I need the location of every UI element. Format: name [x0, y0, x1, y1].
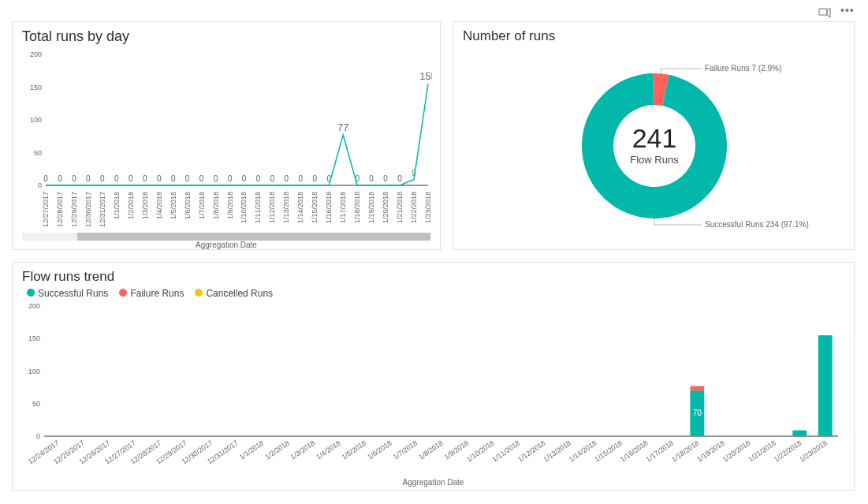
svg-text:77: 77	[337, 121, 348, 133]
svg-text:241: 241	[632, 123, 677, 153]
svg-text:200: 200	[30, 50, 42, 58]
svg-text:0: 0	[228, 174, 233, 183]
svg-text:0: 0	[397, 174, 402, 183]
svg-text:1/4/2018: 1/4/2018	[315, 439, 341, 461]
svg-text:1/2/2018: 1/2/2018	[127, 192, 135, 219]
card-total-runs-by-day[interactable]: Total runs by day 050100150200012/27/201…	[12, 21, 441, 250]
svg-text:1/14/2018: 1/14/2018	[568, 439, 598, 463]
svg-text:12/28/2017: 12/28/2017	[56, 192, 64, 227]
svg-text:0: 0	[129, 174, 133, 183]
svg-text:200: 200	[28, 302, 40, 310]
svg-text:0: 0	[285, 174, 289, 183]
svg-text:1/1/2018: 1/1/2018	[238, 439, 265, 461]
svg-text:1/20/2018: 1/20/2018	[721, 439, 752, 463]
share-icon[interactable]	[818, 6, 831, 19]
svg-text:Failure Runs 7 (2.9%): Failure Runs 7 (2.9%)	[705, 64, 781, 73]
card-flow-runs-trend[interactable]: Flow runs trend Successful Runs Failure …	[12, 262, 855, 491]
svg-text:0: 0	[143, 174, 147, 183]
svg-text:1/18/2018: 1/18/2018	[670, 439, 701, 463]
svg-text:1/5/2018: 1/5/2018	[170, 192, 177, 219]
svg-text:70: 70	[693, 409, 702, 417]
svg-text:1/3/2018: 1/3/2018	[289, 439, 316, 461]
svg-text:1/7/2018: 1/7/2018	[392, 439, 419, 461]
svg-text:1/5/2018: 1/5/2018	[341, 439, 367, 461]
report-toolbar: •••	[12, 4, 856, 21]
svg-text:1/21/2018: 1/21/2018	[396, 192, 404, 223]
svg-text:1/23/2018: 1/23/2018	[424, 192, 432, 223]
line-chart[interactable]: 050100150200012/27/2017012/28/2017012/29…	[22, 48, 432, 233]
svg-text:1/7/2018: 1/7/2018	[198, 192, 206, 219]
svg-text:150: 150	[28, 334, 40, 342]
svg-text:0: 0	[256, 174, 261, 183]
svg-text:Flow Runs: Flow Runs	[630, 154, 679, 166]
bar-failure[interactable]	[690, 386, 704, 390]
svg-text:1/1/2018: 1/1/2018	[113, 192, 121, 219]
svg-text:1/3/2018: 1/3/2018	[141, 192, 149, 219]
svg-text:0: 0	[313, 174, 318, 183]
bar-chart[interactable]: 05010015020012/24/201712/25/201712/26/20…	[22, 302, 846, 474]
trend-legend: Successful Runs Failure Runs Cancelled R…	[27, 288, 844, 299]
svg-text:1/13/2018: 1/13/2018	[542, 439, 573, 463]
svg-text:1/17/2018: 1/17/2018	[339, 192, 347, 223]
svg-text:12/29/2017: 12/29/2017	[70, 192, 78, 227]
svg-text:1/16/2018: 1/16/2018	[619, 439, 650, 463]
svg-text:1/9/2018: 1/9/2018	[226, 192, 234, 219]
svg-text:0: 0	[242, 174, 247, 183]
card-number-of-runs[interactable]: Number of runs 241Flow RunsFailure Runs …	[453, 21, 855, 250]
svg-text:1/23/2018: 1/23/2018	[798, 439, 829, 463]
svg-text:0: 0	[157, 174, 162, 183]
svg-text:1/11/2018: 1/11/2018	[254, 192, 262, 223]
svg-text:1/22/2018: 1/22/2018	[773, 439, 803, 463]
svg-text:1/10/2018: 1/10/2018	[465, 439, 496, 463]
svg-text:1/19/2018: 1/19/2018	[695, 439, 726, 463]
svg-text:0: 0	[270, 174, 275, 183]
title-number-runs: Number of runs	[463, 28, 844, 44]
svg-text:1/21/2018: 1/21/2018	[747, 439, 777, 463]
legend-item-cancelled[interactable]: Cancelled Runs	[195, 288, 273, 299]
legend-item-successful[interactable]: Successful Runs	[27, 288, 108, 299]
svg-text:1/11/2018: 1/11/2018	[491, 439, 522, 463]
svg-text:0: 0	[38, 181, 42, 189]
svg-text:1/19/2018: 1/19/2018	[367, 192, 375, 223]
more-icon[interactable]: •••	[840, 6, 853, 19]
svg-text:0: 0	[58, 174, 62, 183]
svg-text:12/27/2017: 12/27/2017	[42, 192, 50, 227]
svg-text:155: 155	[419, 70, 432, 82]
svg-text:1/12/2018: 1/12/2018	[268, 192, 276, 223]
chart-scrollbar[interactable]	[22, 233, 430, 241]
svg-text:1/6/2018: 1/6/2018	[184, 192, 192, 219]
svg-text:0: 0	[43, 174, 48, 183]
svg-text:150: 150	[30, 84, 42, 91]
svg-text:1/18/2018: 1/18/2018	[353, 192, 361, 223]
svg-text:0: 0	[383, 174, 388, 183]
svg-text:0: 0	[299, 174, 304, 183]
x-axis-title-trend: Aggregation Date	[22, 474, 844, 488]
svg-text:50: 50	[34, 149, 42, 157]
svg-text:0: 0	[36, 432, 40, 440]
donut-chart[interactable]: 241Flow RunsFailure Runs 7 (2.9%)Success…	[463, 47, 846, 245]
svg-text:1/12/2018: 1/12/2018	[516, 439, 547, 463]
svg-text:12/31/2017: 12/31/2017	[99, 192, 106, 227]
svg-text:1/8/2018: 1/8/2018	[417, 439, 444, 461]
svg-text:0: 0	[100, 174, 105, 183]
svg-text:0: 0	[185, 174, 190, 183]
svg-text:12/30/2017: 12/30/2017	[84, 192, 92, 227]
svg-text:0: 0	[86, 174, 91, 183]
legend-item-failure[interactable]: Failure Runs	[119, 288, 184, 299]
svg-text:0: 0	[199, 174, 204, 183]
svg-text:0: 0	[114, 174, 119, 183]
svg-text:0: 0	[369, 174, 374, 183]
svg-text:1/20/2018: 1/20/2018	[382, 192, 389, 223]
svg-text:1/6/2018: 1/6/2018	[366, 439, 393, 461]
title-total-runs: Total runs by day	[22, 28, 430, 45]
svg-text:1/15/2018: 1/15/2018	[593, 439, 624, 463]
bar-success[interactable]	[818, 335, 833, 436]
title-trend: Flow runs trend	[22, 269, 844, 285]
svg-text:Successful Runs 234 (97.1%): Successful Runs 234 (97.1%)	[705, 220, 809, 229]
svg-text:50: 50	[32, 400, 40, 408]
svg-text:100: 100	[28, 368, 40, 375]
bar-success[interactable]	[792, 431, 807, 436]
x-axis-title: Aggregation Date	[22, 241, 430, 249]
svg-text:0: 0	[214, 174, 218, 183]
svg-text:1/10/2018: 1/10/2018	[240, 192, 248, 223]
